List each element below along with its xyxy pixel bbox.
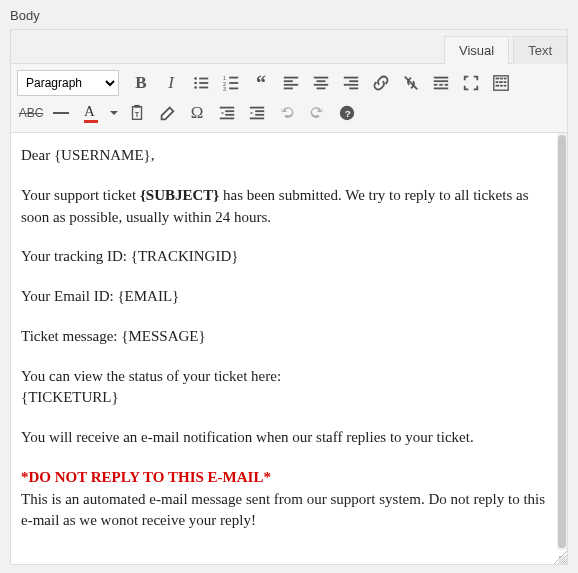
link-button[interactable] (367, 69, 395, 97)
svg-rect-19 (317, 88, 326, 90)
svg-rect-25 (434, 77, 448, 79)
svg-rect-30 (434, 88, 448, 90)
svg-rect-26 (434, 80, 448, 82)
redo-icon (308, 104, 326, 122)
insert-more-button[interactable] (427, 69, 455, 97)
text-color-button[interactable]: A (77, 99, 105, 127)
svg-rect-14 (284, 84, 298, 86)
toolbar-toggle-icon (492, 74, 510, 92)
svg-rect-29 (445, 84, 449, 86)
svg-rect-1 (199, 78, 208, 80)
svg-rect-11 (229, 88, 238, 90)
svg-rect-13 (284, 80, 293, 82)
fullscreen-icon (462, 74, 480, 92)
text: You can view the status of your ticket h… (21, 368, 281, 384)
svg-rect-39 (500, 85, 503, 87)
clear-formatting-button[interactable] (153, 99, 181, 127)
blockquote-button[interactable]: “ (247, 69, 275, 97)
svg-rect-20 (344, 77, 358, 79)
text: , (151, 147, 155, 163)
special-character-button[interactable]: Ω (183, 99, 211, 127)
outdent-icon (218, 104, 236, 122)
svg-rect-27 (434, 84, 438, 86)
resize-handle[interactable] (11, 550, 567, 564)
unlink-button[interactable] (397, 69, 425, 97)
undo-button[interactable] (273, 99, 301, 127)
svg-rect-33 (500, 78, 503, 80)
tab-visual[interactable]: Visual (444, 36, 509, 64)
svg-rect-44 (220, 107, 234, 109)
svg-rect-17 (317, 80, 326, 82)
undo-icon (278, 104, 296, 122)
read-more-icon (432, 74, 450, 92)
align-center-button[interactable] (307, 69, 335, 97)
fullscreen-button[interactable] (457, 69, 485, 97)
horizontal-rule-button[interactable] (47, 99, 75, 127)
svg-rect-35 (496, 81, 499, 83)
help-icon: ? (338, 104, 356, 122)
text: You will receive an e-mail notification … (21, 427, 547, 449)
paste-text-button[interactable]: T (123, 99, 151, 127)
italic-button[interactable]: I (157, 69, 185, 97)
text: This is an automated e-mail message sent… (21, 491, 545, 529)
svg-rect-7 (229, 77, 238, 79)
text: Your tracking ID: {TRACKINGID} (21, 246, 547, 268)
svg-rect-18 (314, 84, 328, 86)
svg-point-0 (194, 77, 197, 80)
svg-rect-21 (349, 80, 358, 82)
text: Your support ticket (21, 187, 140, 203)
clipboard-icon: T (128, 104, 146, 122)
svg-rect-32 (496, 78, 500, 80)
tab-text[interactable]: Text (513, 36, 567, 64)
help-button[interactable]: ? (333, 99, 361, 127)
bold-button[interactable]: B (127, 69, 155, 97)
svg-rect-42 (134, 105, 139, 108)
text-warning: *DO NOT REPLY TO THIS E-MAIL* (21, 469, 271, 485)
svg-rect-9 (229, 82, 238, 84)
format-select[interactable]: Paragraph (17, 70, 119, 96)
bullet-list-icon (192, 74, 210, 92)
link-icon (372, 74, 390, 92)
numbered-list-button[interactable]: 123 (217, 69, 245, 97)
svg-rect-34 (504, 78, 507, 80)
outdent-button[interactable] (213, 99, 241, 127)
svg-text:3: 3 (223, 86, 226, 92)
align-right-icon (342, 74, 360, 92)
editor-container: Visual Text Paragraph B I 123 “ (10, 29, 568, 565)
svg-rect-50 (255, 114, 264, 116)
svg-rect-47 (220, 118, 234, 120)
svg-rect-36 (499, 81, 503, 83)
svg-rect-49 (255, 110, 264, 112)
svg-point-2 (194, 82, 197, 85)
text: {USERNAME} (54, 147, 151, 163)
svg-rect-37 (504, 81, 507, 83)
svg-rect-22 (344, 84, 358, 86)
align-left-icon (282, 74, 300, 92)
text: Dear (21, 147, 54, 163)
redo-button[interactable] (303, 99, 331, 127)
editor-content[interactable]: Dear {USERNAME}, Your support ticket {SU… (11, 133, 567, 550)
text-color-dropdown[interactable] (107, 99, 121, 127)
svg-rect-12 (284, 77, 298, 79)
scrollbar[interactable] (557, 133, 567, 550)
strikethrough-button[interactable]: ABC (17, 99, 45, 127)
unlink-icon (402, 74, 420, 92)
svg-rect-38 (496, 85, 500, 87)
svg-rect-46 (225, 114, 234, 116)
svg-text:T: T (135, 110, 140, 119)
svg-text:?: ? (345, 108, 351, 119)
indent-button[interactable] (243, 99, 271, 127)
eraser-icon (158, 104, 176, 122)
svg-rect-28 (439, 84, 443, 86)
svg-rect-45 (225, 110, 234, 112)
align-center-icon (312, 74, 330, 92)
toolbar-toggle-button[interactable] (487, 69, 515, 97)
chevron-down-icon (109, 108, 119, 118)
indent-icon (248, 104, 266, 122)
text: Your Email ID: {EMAIL} (21, 286, 547, 308)
bullet-list-button[interactable] (187, 69, 215, 97)
align-right-button[interactable] (337, 69, 365, 97)
field-label: Body (10, 8, 568, 23)
align-left-button[interactable] (277, 69, 305, 97)
svg-rect-51 (250, 118, 264, 120)
